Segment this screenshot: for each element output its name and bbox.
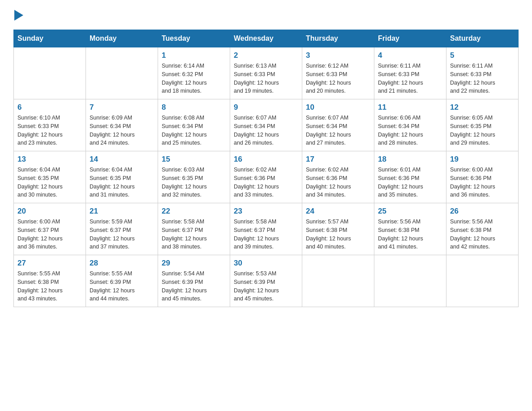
calendar-cell: 21Sunrise: 5:59 AM Sunset: 6:37 PM Dayli… xyxy=(86,203,158,255)
calendar-cell: 19Sunrise: 6:00 AM Sunset: 6:36 PM Dayli… xyxy=(446,151,519,203)
day-number: 4 xyxy=(378,51,442,60)
calendar-cell: 11Sunrise: 6:06 AM Sunset: 6:34 PM Dayli… xyxy=(374,99,446,151)
day-info: Sunrise: 5:53 AM Sunset: 6:39 PM Dayligh… xyxy=(234,270,298,303)
day-number: 25 xyxy=(378,207,442,216)
day-info: Sunrise: 6:07 AM Sunset: 6:34 PM Dayligh… xyxy=(306,114,370,147)
calendar-cell xyxy=(446,255,519,307)
calendar-week-row: 13Sunrise: 6:04 AM Sunset: 6:35 PM Dayli… xyxy=(14,151,519,203)
calendar-cell: 28Sunrise: 5:55 AM Sunset: 6:39 PM Dayli… xyxy=(86,255,158,307)
column-header-wednesday: Wednesday xyxy=(230,30,302,47)
calendar-cell: 16Sunrise: 6:02 AM Sunset: 6:36 PM Dayli… xyxy=(230,151,302,203)
day-number: 20 xyxy=(17,207,82,216)
calendar-cell: 5Sunrise: 6:11 AM Sunset: 6:33 PM Daylig… xyxy=(446,47,519,99)
page-header xyxy=(13,9,519,21)
calendar-cell: 8Sunrise: 6:08 AM Sunset: 6:34 PM Daylig… xyxy=(158,99,230,151)
day-info: Sunrise: 6:04 AM Sunset: 6:35 PM Dayligh… xyxy=(90,166,154,199)
day-info: Sunrise: 6:09 AM Sunset: 6:34 PM Dayligh… xyxy=(90,114,154,147)
day-info: Sunrise: 5:58 AM Sunset: 6:37 PM Dayligh… xyxy=(162,218,226,251)
day-info: Sunrise: 6:08 AM Sunset: 6:34 PM Dayligh… xyxy=(162,114,226,147)
column-header-tuesday: Tuesday xyxy=(158,30,230,47)
day-number: 11 xyxy=(378,103,442,112)
calendar-cell: 22Sunrise: 5:58 AM Sunset: 6:37 PM Dayli… xyxy=(158,203,230,255)
calendar-cell: 6Sunrise: 6:10 AM Sunset: 6:33 PM Daylig… xyxy=(14,99,86,151)
calendar-cell: 12Sunrise: 6:05 AM Sunset: 6:35 PM Dayli… xyxy=(446,99,519,151)
day-number: 22 xyxy=(162,207,226,216)
day-info: Sunrise: 5:58 AM Sunset: 6:37 PM Dayligh… xyxy=(234,218,298,251)
calendar-cell: 20Sunrise: 6:00 AM Sunset: 6:37 PM Dayli… xyxy=(14,203,86,255)
day-number: 3 xyxy=(306,51,370,60)
day-info: Sunrise: 5:55 AM Sunset: 6:39 PM Dayligh… xyxy=(90,270,154,303)
calendar-week-row: 1Sunrise: 6:14 AM Sunset: 6:32 PM Daylig… xyxy=(14,47,519,99)
day-number: 10 xyxy=(306,103,370,112)
calendar-cell xyxy=(374,255,446,307)
day-info: Sunrise: 5:56 AM Sunset: 6:38 PM Dayligh… xyxy=(378,218,442,251)
calendar-cell: 3Sunrise: 6:12 AM Sunset: 6:33 PM Daylig… xyxy=(302,47,374,99)
column-header-monday: Monday xyxy=(86,30,158,47)
logo xyxy=(13,9,23,21)
calendar-cell: 1Sunrise: 6:14 AM Sunset: 6:32 PM Daylig… xyxy=(158,47,230,99)
column-header-sunday: Sunday xyxy=(14,30,86,47)
day-info: Sunrise: 6:10 AM Sunset: 6:33 PM Dayligh… xyxy=(17,114,82,147)
day-info: Sunrise: 6:06 AM Sunset: 6:34 PM Dayligh… xyxy=(378,114,442,147)
day-info: Sunrise: 6:04 AM Sunset: 6:35 PM Dayligh… xyxy=(17,166,82,199)
day-number: 9 xyxy=(234,103,298,112)
calendar-week-row: 20Sunrise: 6:00 AM Sunset: 6:37 PM Dayli… xyxy=(14,203,519,255)
calendar-table: SundayMondayTuesdayWednesdayThursdayFrid… xyxy=(13,30,519,307)
day-info: Sunrise: 6:02 AM Sunset: 6:36 PM Dayligh… xyxy=(306,166,370,199)
calendar-cell: 9Sunrise: 6:07 AM Sunset: 6:34 PM Daylig… xyxy=(230,99,302,151)
calendar-week-row: 6Sunrise: 6:10 AM Sunset: 6:33 PM Daylig… xyxy=(14,99,519,151)
day-number: 29 xyxy=(162,259,226,268)
day-number: 1 xyxy=(162,51,226,60)
day-number: 18 xyxy=(378,155,442,164)
calendar-cell: 14Sunrise: 6:04 AM Sunset: 6:35 PM Dayli… xyxy=(86,151,158,203)
day-info: Sunrise: 6:07 AM Sunset: 6:34 PM Dayligh… xyxy=(234,114,298,147)
calendar-cell: 26Sunrise: 5:56 AM Sunset: 6:38 PM Dayli… xyxy=(446,203,519,255)
day-number: 7 xyxy=(90,103,154,112)
calendar-cell: 29Sunrise: 5:54 AM Sunset: 6:39 PM Dayli… xyxy=(158,255,230,307)
day-number: 8 xyxy=(162,103,226,112)
calendar-cell: 13Sunrise: 6:04 AM Sunset: 6:35 PM Dayli… xyxy=(14,151,86,203)
calendar-cell: 23Sunrise: 5:58 AM Sunset: 6:37 PM Dayli… xyxy=(230,203,302,255)
calendar-cell: 30Sunrise: 5:53 AM Sunset: 6:39 PM Dayli… xyxy=(230,255,302,307)
day-number: 17 xyxy=(306,155,370,164)
day-info: Sunrise: 6:00 AM Sunset: 6:37 PM Dayligh… xyxy=(17,218,82,251)
day-info: Sunrise: 6:05 AM Sunset: 6:35 PM Dayligh… xyxy=(450,114,515,147)
day-number: 28 xyxy=(90,259,154,268)
day-info: Sunrise: 6:02 AM Sunset: 6:36 PM Dayligh… xyxy=(234,166,298,199)
day-info: Sunrise: 6:13 AM Sunset: 6:33 PM Dayligh… xyxy=(234,62,298,95)
day-number: 12 xyxy=(450,103,515,112)
day-number: 24 xyxy=(306,207,370,216)
logo-triangle-icon xyxy=(14,10,23,21)
calendar-cell: 10Sunrise: 6:07 AM Sunset: 6:34 PM Dayli… xyxy=(302,99,374,151)
calendar-cell: 27Sunrise: 5:55 AM Sunset: 6:38 PM Dayli… xyxy=(14,255,86,307)
day-number: 2 xyxy=(234,51,298,60)
day-info: Sunrise: 6:03 AM Sunset: 6:35 PM Dayligh… xyxy=(162,166,226,199)
day-number: 13 xyxy=(17,155,82,164)
calendar-cell: 18Sunrise: 6:01 AM Sunset: 6:36 PM Dayli… xyxy=(374,151,446,203)
day-number: 14 xyxy=(90,155,154,164)
calendar-week-row: 27Sunrise: 5:55 AM Sunset: 6:38 PM Dayli… xyxy=(14,255,519,307)
column-header-friday: Friday xyxy=(374,30,446,47)
svg-marker-0 xyxy=(14,10,23,21)
calendar-cell: 7Sunrise: 6:09 AM Sunset: 6:34 PM Daylig… xyxy=(86,99,158,151)
day-number: 26 xyxy=(450,207,515,216)
column-header-saturday: Saturday xyxy=(446,30,519,47)
calendar-cell: 15Sunrise: 6:03 AM Sunset: 6:35 PM Dayli… xyxy=(158,151,230,203)
day-info: Sunrise: 6:12 AM Sunset: 6:33 PM Dayligh… xyxy=(306,62,370,95)
day-info: Sunrise: 5:59 AM Sunset: 6:37 PM Dayligh… xyxy=(90,218,154,251)
day-info: Sunrise: 5:55 AM Sunset: 6:38 PM Dayligh… xyxy=(17,270,82,303)
day-number: 15 xyxy=(162,155,226,164)
column-header-thursday: Thursday xyxy=(302,30,374,47)
calendar-cell: 2Sunrise: 6:13 AM Sunset: 6:33 PM Daylig… xyxy=(230,47,302,99)
day-number: 6 xyxy=(17,103,82,112)
calendar-cell: 17Sunrise: 6:02 AM Sunset: 6:36 PM Dayli… xyxy=(302,151,374,203)
day-info: Sunrise: 5:57 AM Sunset: 6:38 PM Dayligh… xyxy=(306,218,370,251)
calendar-cell xyxy=(302,255,374,307)
day-number: 19 xyxy=(450,155,515,164)
day-number: 27 xyxy=(17,259,82,268)
day-number: 23 xyxy=(234,207,298,216)
calendar-header-row: SundayMondayTuesdayWednesdayThursdayFrid… xyxy=(14,30,519,47)
calendar-cell: 4Sunrise: 6:11 AM Sunset: 6:33 PM Daylig… xyxy=(374,47,446,99)
day-info: Sunrise: 6:01 AM Sunset: 6:36 PM Dayligh… xyxy=(378,166,442,199)
calendar-cell xyxy=(14,47,86,99)
